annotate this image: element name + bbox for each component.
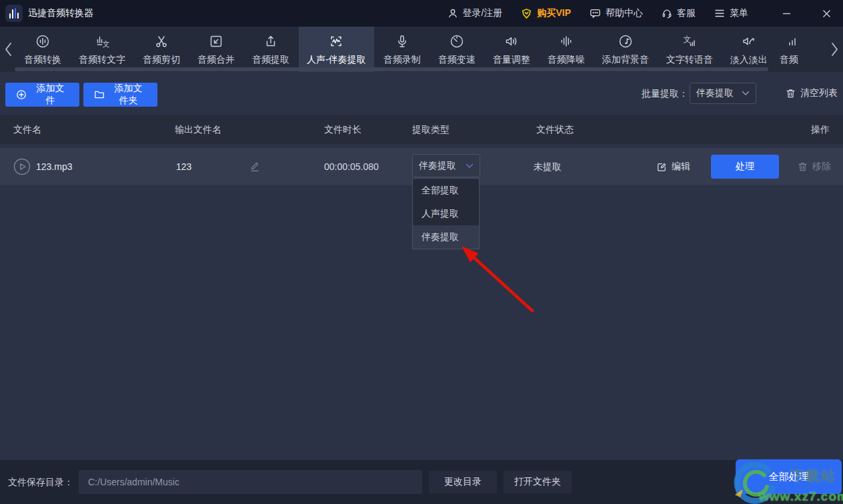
titlebar: 迅捷音频转换器 登录/注册 购买VIP 帮助中心 客服: [0, 0, 843, 27]
edit-button[interactable]: 编辑: [656, 148, 690, 185]
svg-text:文: 文: [683, 35, 691, 44]
ascending-bars-icon: [784, 33, 800, 49]
login-label: 登录/注册: [463, 7, 503, 19]
help-center-button[interactable]: 帮助中心: [590, 7, 643, 19]
tab-audio-record[interactable]: 音频录制: [375, 27, 429, 72]
chevron-right-icon[interactable]: [827, 27, 843, 72]
mic-to-text-icon: 文: [94, 33, 110, 49]
tab-audio-extract[interactable]: 音频提取: [244, 27, 297, 72]
add-file-label: 添加文件: [32, 83, 69, 107]
trash-icon: [798, 161, 808, 172]
chevron-down-icon: [742, 91, 750, 96]
dropdown-option-vocal[interactable]: 人声提取: [413, 202, 479, 225]
tab-audio-cut[interactable]: 音频剪切: [135, 27, 188, 72]
tab-add-background-sound[interactable]: 添加背景音: [594, 27, 657, 72]
tabbar-scrollbar[interactable]: [15, 67, 768, 71]
col-duration: 文件时长: [324, 115, 361, 144]
app-logo-icon: [5, 5, 23, 22]
menu-button[interactable]: 菜单: [714, 7, 748, 19]
dropdown-option-all[interactable]: 全部提取: [413, 179, 479, 202]
tab-volume-adjust[interactable]: 音量调整: [485, 27, 538, 72]
folder-icon: [94, 89, 105, 100]
output-name: 123: [176, 148, 191, 185]
extract-type-value: 伴奏提取: [419, 160, 456, 172]
extract-type-select[interactable]: 伴奏提取: [412, 154, 480, 177]
footer-bar: 文件保存目录： 更改目录 打开文件夹 全部处理: [0, 460, 843, 504]
col-output-name: 输出文件名: [175, 115, 221, 144]
menu-label: 菜单: [730, 7, 748, 19]
tab-label: 音频转文字: [79, 54, 125, 66]
chevron-left-icon[interactable]: [0, 27, 16, 72]
tab-label: 音频提取: [252, 54, 289, 66]
tab-audio-to-text[interactable]: 文 音频转文字: [71, 27, 133, 72]
vip-badge-icon: [521, 8, 532, 19]
tab-audio-truncated[interactable]: 音频: [777, 27, 808, 72]
open-folder-button[interactable]: 打开文件夹: [504, 471, 572, 493]
pencil-icon[interactable]: [249, 161, 260, 172]
tab-audio-convert[interactable]: 音频转换: [16, 27, 69, 72]
tab-audio-speed[interactable]: 音频变速: [430, 27, 484, 72]
table-header: 文件名 输出文件名 文件时长 提取类型 文件状态 操作: [0, 115, 843, 144]
file-name: 123.mp3: [36, 148, 72, 185]
app-title: 迅捷音频转换器: [28, 7, 93, 19]
login-button[interactable]: 登录/注册: [448, 7, 503, 19]
extract-icon: [263, 33, 279, 49]
add-file-button[interactable]: 添加文件: [5, 83, 79, 107]
clear-list-button[interactable]: 清空列表: [786, 83, 838, 104]
tab-vocal-accompaniment-extract[interactable]: 人声-伴奏提取: [299, 27, 374, 72]
chat-bubble-icon: [590, 8, 601, 19]
denoise-bars-icon: [558, 33, 574, 49]
volume-icon: [504, 33, 520, 49]
tab-label: 音频剪切: [143, 54, 180, 66]
vocal-accompaniment-icon: [328, 33, 344, 49]
tab-label: 音频变速: [438, 54, 476, 66]
trash-icon: [786, 88, 796, 99]
col-action: 操作: [811, 115, 830, 144]
change-dir-button[interactable]: 更改目录: [429, 471, 497, 493]
tab-audio-merge[interactable]: 音频合并: [189, 27, 243, 72]
tab-list: 音频转换 文 音频转文字 音频剪切 音频合并 音频提取: [16, 27, 827, 72]
edit-label: 编辑: [672, 161, 690, 173]
waveform-circle-icon: [35, 33, 51, 49]
text-to-speech-icon: 文: [682, 33, 698, 49]
save-dir-label: 文件保存目录：: [8, 460, 73, 504]
buy-vip-label: 购买VIP: [537, 7, 571, 19]
play-circle-icon[interactable]: [13, 158, 31, 175]
plus-circle-icon: [16, 89, 27, 100]
background-music-icon: [618, 33, 634, 49]
remove-button[interactable]: 移除: [798, 148, 831, 185]
tab-label: 添加背景音: [602, 54, 649, 66]
scissors-icon: [153, 33, 169, 49]
tab-text-to-speech[interactable]: 文 文字转语音: [658, 27, 721, 72]
tab-label: 音频转换: [24, 54, 61, 66]
tab-label: 音频: [780, 54, 798, 66]
col-status: 文件状态: [536, 115, 574, 144]
dropdown-option-accompaniment[interactable]: 伴奏提取: [413, 225, 479, 249]
save-dir-input[interactable]: [79, 470, 422, 494]
process-button[interactable]: 处理: [711, 155, 779, 179]
buy-vip-button[interactable]: 购买VIP: [521, 7, 571, 19]
add-folder-button[interactable]: 添加文件夹: [83, 83, 157, 107]
col-filename: 文件名: [13, 115, 41, 144]
minimize-button[interactable]: [779, 6, 794, 21]
tab-label: 音量调整: [493, 54, 530, 66]
batch-extract-select[interactable]: 伴奏提取: [690, 83, 756, 104]
process-all-button[interactable]: 全部处理: [736, 459, 842, 494]
tab-audio-denoise[interactable]: 音频降噪: [540, 27, 593, 72]
svg-text:文: 文: [103, 40, 110, 48]
extract-type-dropdown-menu: 全部提取 人声提取 伴奏提取: [412, 178, 480, 249]
edit-square-icon: [656, 161, 667, 172]
user-icon: [448, 8, 458, 19]
microphone-icon: [394, 33, 410, 49]
feature-tabbar: 音频转换 文 音频转文字 音频剪切 音频合并 音频提取: [0, 27, 843, 72]
customer-service-button[interactable]: 客服: [662, 7, 696, 19]
fade-icon: [741, 33, 757, 49]
toolbar-row: 添加文件 添加文件夹 批量提取： 伴奏提取 清空列表: [0, 72, 843, 115]
tab-fade-in-out[interactable]: 淡入淡出: [722, 27, 776, 72]
tab-label: 音频合并: [197, 54, 235, 66]
speed-clock-icon: [449, 33, 465, 49]
file-status: 未提取: [534, 148, 562, 185]
close-button[interactable]: [819, 6, 834, 21]
tab-label: 文字转语音: [666, 54, 713, 66]
headset-icon: [662, 8, 672, 19]
